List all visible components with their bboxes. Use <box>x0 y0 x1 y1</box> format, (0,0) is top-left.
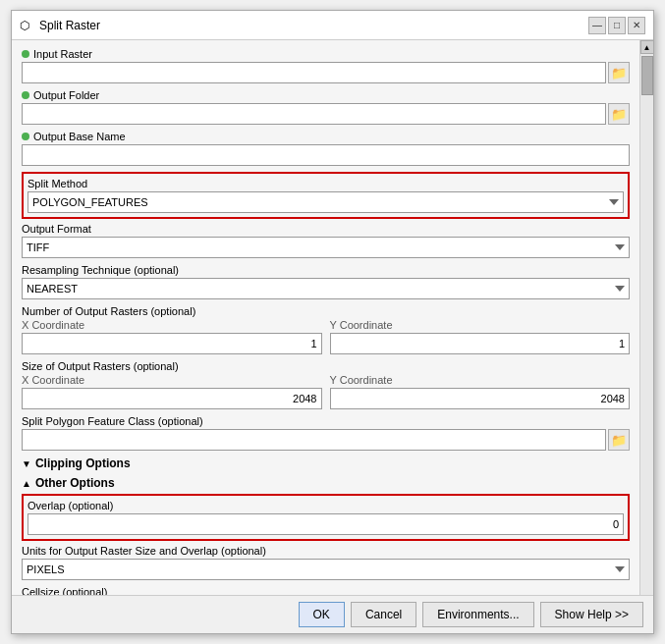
main-panel: Input Raster 📁 Output Folder 📁 <box>12 40 639 595</box>
scroll-thumb[interactable] <box>641 56 653 95</box>
clipping-options-header[interactable]: ▼ Clipping Options <box>22 456 630 470</box>
output-folder-row: 📁 <box>22 103 630 125</box>
num-rasters-coords: X Coordinate Y Coordinate <box>22 319 630 354</box>
clipping-options-chevron: ▼ <box>22 458 31 469</box>
output-format-group: Output Format TIFF PNG JPEG BMP <box>22 223 630 258</box>
other-options-chevron: ▲ <box>22 478 31 489</box>
output-folder-label: Output Folder <box>22 89 630 101</box>
size-y-label: Y Coordinate <box>330 374 631 386</box>
content-area: Input Raster 📁 Output Folder 📁 <box>12 40 653 595</box>
output-base-name-group: Output Base Name <box>22 131 630 166</box>
output-base-name-required-dot <box>22 133 29 140</box>
overlap-label: Overlap (optional) <box>28 500 624 511</box>
split-method-select[interactable]: POLYGON_FEATURES NUMBER_OF_TILES SIZE_OF… <box>28 191 624 213</box>
bottom-bar: OK Cancel Environments... Show Help >> <box>12 595 653 633</box>
output-base-name-label: Output Base Name <box>22 131 630 142</box>
scrollbar[interactable]: ▲ <box>639 40 653 595</box>
input-raster-input[interactable] <box>22 62 606 83</box>
cancel-button[interactable]: Cancel <box>351 602 416 627</box>
dialog-icon: ⬡ <box>20 19 33 32</box>
input-raster-row: 📁 <box>22 62 630 83</box>
input-raster-label: Input Raster <box>22 48 630 60</box>
size-x-col: X Coordinate <box>22 374 322 409</box>
clipping-options-label: Clipping Options <box>35 456 131 470</box>
num-x-label: X Coordinate <box>22 319 322 331</box>
overlap-row <box>28 513 624 535</box>
size-x-input[interactable] <box>22 388 322 409</box>
output-folder-group: Output Folder 📁 <box>22 89 630 125</box>
size-y-input[interactable] <box>330 388 631 409</box>
input-raster-required-dot <box>22 50 29 58</box>
split-method-label: Split Method <box>28 178 624 189</box>
split-polygon-group: Split Polygon Feature Class (optional) 📁 <box>22 415 630 451</box>
overlap-group: Overlap (optional) <box>22 494 630 541</box>
scroll-up-arrow[interactable]: ▲ <box>640 40 654 54</box>
ok-button[interactable]: OK <box>299 602 345 627</box>
dialog-title: Split Raster <box>39 19 100 32</box>
size-x-label: X Coordinate <box>22 374 322 386</box>
output-format-label: Output Format <box>22 223 630 235</box>
cellsize-group: Cellsize (optional) X Coordinate Y Coord… <box>22 586 630 595</box>
output-base-name-input[interactable] <box>22 144 630 166</box>
size-rasters-label: Size of Output Rasters (optional) <box>22 360 630 372</box>
other-options-label: Other Options <box>35 476 115 490</box>
close-button[interactable]: ✕ <box>628 17 645 34</box>
overlap-input[interactable] <box>28 513 624 535</box>
minimize-button[interactable]: — <box>588 17 606 34</box>
num-x-col: X Coordinate <box>22 319 322 354</box>
num-y-col: Y Coordinate <box>330 319 631 354</box>
num-x-input[interactable] <box>22 333 322 354</box>
output-folder-browse-button[interactable]: 📁 <box>608 103 630 125</box>
num-rasters-label: Number of Output Rasters (optional) <box>22 305 630 317</box>
num-y-input[interactable] <box>330 333 631 354</box>
input-raster-browse-button[interactable]: 📁 <box>608 62 630 83</box>
output-folder-required-dot <box>22 91 29 99</box>
output-folder-input[interactable] <box>22 103 606 125</box>
num-y-label: Y Coordinate <box>330 319 631 331</box>
resampling-label: Resampling Technique (optional) <box>22 264 630 276</box>
input-raster-group: Input Raster 📁 <box>22 48 630 83</box>
split-polygon-row: 📁 <box>22 429 630 451</box>
num-rasters-group: Number of Output Rasters (optional) X Co… <box>22 305 630 354</box>
maximize-button[interactable]: □ <box>608 17 626 34</box>
split-polygon-input[interactable] <box>22 429 606 451</box>
output-format-select[interactable]: TIFF PNG JPEG BMP <box>22 237 630 258</box>
title-bar: ⬡ Split Raster — □ ✕ <box>12 11 653 40</box>
split-polygon-browse-button[interactable]: 📁 <box>608 429 630 451</box>
units-group: Units for Output Raster Size and Overlap… <box>22 545 630 580</box>
size-y-col: Y Coordinate <box>330 374 631 409</box>
split-raster-dialog: ⬡ Split Raster — □ ✕ Input Raster 📁 <box>11 10 654 634</box>
split-method-group: Split Method POLYGON_FEATURES NUMBER_OF_… <box>22 172 630 219</box>
split-polygon-label: Split Polygon Feature Class (optional) <box>22 415 630 427</box>
units-label: Units for Output Raster Size and Overlap… <box>22 545 630 557</box>
show-help-button[interactable]: Show Help >> <box>540 602 643 627</box>
resampling-select[interactable]: NEAREST BILINEAR CUBIC <box>22 278 630 299</box>
title-bar-left: ⬡ Split Raster <box>20 19 100 32</box>
cellsize-label: Cellsize (optional) <box>22 586 630 595</box>
title-controls: — □ ✕ <box>588 17 645 34</box>
size-rasters-coords: X Coordinate Y Coordinate <box>22 374 630 409</box>
resampling-group: Resampling Technique (optional) NEAREST … <box>22 264 630 299</box>
units-select[interactable]: PIXELS METERS FEET <box>22 559 630 580</box>
size-rasters-group: Size of Output Rasters (optional) X Coor… <box>22 360 630 409</box>
environments-button[interactable]: Environments... <box>422 602 533 627</box>
other-options-header[interactable]: ▲ Other Options <box>22 476 630 490</box>
